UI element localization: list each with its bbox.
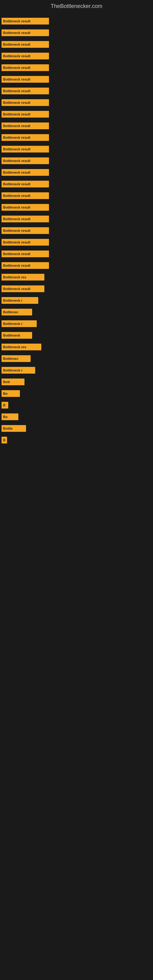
bar-item: Bo xyxy=(2,414,18,420)
bar-item: Bo xyxy=(2,390,20,397)
bottleneck-bar[interactable]: Bottleneck result xyxy=(2,88,49,94)
bottleneck-bar[interactable]: Bottleneck result xyxy=(2,52,49,59)
bar-item: Bott xyxy=(2,379,24,385)
bottleneck-bar[interactable]: Bottleneck result xyxy=(2,285,45,292)
bottleneck-bar[interactable]: Bottleneck result xyxy=(2,204,49,211)
bar-item: Bottleneck result xyxy=(2,134,49,141)
chart-area: Bottleneck resultBottleneck resultBottle… xyxy=(0,11,153,970)
bar-item: Bottleneck result xyxy=(2,158,49,164)
bar-item: Bottleneck res xyxy=(2,344,41,350)
bottleneck-bar[interactable]: Bottleneck result xyxy=(2,250,49,257)
bottleneck-bar[interactable]: Bo xyxy=(2,414,18,420)
bottleneck-bar[interactable]: Bottleneck res xyxy=(2,344,41,350)
bottleneck-bar[interactable]: Bottleneck result xyxy=(2,216,49,222)
bar-item: Bottleneck result xyxy=(2,18,49,24)
bottleneck-bar[interactable]: Bottleneck r xyxy=(2,297,38,304)
bar-item: Bottleneck r xyxy=(2,367,35,374)
bar-item: Bottleneck result xyxy=(2,41,49,48)
bottleneck-bar[interactable]: Bottleneck xyxy=(2,332,32,339)
bottleneck-bar[interactable]: Bottleneck r xyxy=(2,367,35,374)
bottleneck-bar[interactable]: Bottleneck result xyxy=(2,192,49,199)
bottleneck-bar[interactable]: Bo xyxy=(2,390,20,397)
bar-item: Bottlenec xyxy=(2,355,30,362)
bar-item: Bottleneck xyxy=(2,332,32,339)
bottleneck-bar[interactable]: Bottleneck result xyxy=(2,146,49,153)
bar-item: Bottleneck result xyxy=(2,64,49,71)
bar-item: Bottleneck result xyxy=(2,111,49,118)
bottleneck-bar[interactable]: B xyxy=(2,402,8,409)
bottleneck-bar[interactable]: Bottleneck result xyxy=(2,76,49,83)
bottleneck-bar[interactable]: Bottleneck result xyxy=(2,239,49,246)
bottleneck-bar[interactable]: Bottleneck result xyxy=(2,123,49,129)
bar-item: Bottleneck result xyxy=(2,262,49,269)
bottleneck-bar[interactable]: Bottleneck result xyxy=(2,227,49,234)
bottleneck-bar[interactable]: Bottleneck result xyxy=(2,134,49,141)
bar-item: Bottleneck result xyxy=(2,169,49,176)
bottleneck-bar[interactable]: Bottleneck r xyxy=(2,320,37,327)
bottleneck-bar[interactable]: Bottleneck result xyxy=(2,158,49,164)
site-title: TheBottlenecker.com xyxy=(0,0,153,11)
bottleneck-bar[interactable]: Bottleneck result xyxy=(2,64,49,71)
bottleneck-bar[interactable]: Bottlenec xyxy=(2,309,32,315)
bar-item: Bottle xyxy=(2,425,26,432)
bar-item: Bottleneck res xyxy=(2,274,45,280)
bar-item: Bottleneck result xyxy=(2,52,49,59)
bar-item: Bottleneck result xyxy=(2,192,49,199)
bar-item: Bottleneck result xyxy=(2,146,49,153)
bottleneck-bar[interactable]: B xyxy=(2,437,7,444)
bar-item: B xyxy=(2,437,7,444)
bar-item: Bottleneck result xyxy=(2,123,49,129)
bottleneck-bar[interactable]: Bottlenec xyxy=(2,355,30,362)
bottleneck-bar[interactable]: Bottleneck result xyxy=(2,29,49,36)
bottleneck-bar[interactable]: Bott xyxy=(2,379,24,385)
bottleneck-bar[interactable]: Bottleneck res xyxy=(2,274,45,280)
bar-item: B xyxy=(2,402,8,409)
bar-item: Bottleneck r xyxy=(2,297,38,304)
bar-item: Bottleneck result xyxy=(2,204,49,211)
bottleneck-bar[interactable]: Bottleneck result xyxy=(2,41,49,48)
bar-item: Bottleneck result xyxy=(2,227,49,234)
bottleneck-bar[interactable]: Bottleneck result xyxy=(2,169,49,176)
bottleneck-bar[interactable]: Bottleneck result xyxy=(2,99,49,106)
bar-item: Bottleneck result xyxy=(2,250,49,257)
bar-item: Bottleneck r xyxy=(2,320,37,327)
bar-item: Bottleneck result xyxy=(2,181,49,188)
bar-item: Bottleneck result xyxy=(2,88,49,94)
bottleneck-bar[interactable]: Bottle xyxy=(2,425,26,432)
bar-item: Bottleneck result xyxy=(2,99,49,106)
bar-item: Bottleneck result xyxy=(2,285,45,292)
bar-item: Bottleneck result xyxy=(2,76,49,83)
bottleneck-bar[interactable]: Bottleneck result xyxy=(2,262,49,269)
bar-item: Bottleneck result xyxy=(2,29,49,36)
bar-item: Bottlenec xyxy=(2,309,32,315)
bottleneck-bar[interactable]: Bottleneck result xyxy=(2,18,49,24)
bar-item: Bottleneck result xyxy=(2,239,49,246)
bar-item: Bottleneck result xyxy=(2,216,49,222)
bottleneck-bar[interactable]: Bottleneck result xyxy=(2,111,49,118)
bottleneck-bar[interactable]: Bottleneck result xyxy=(2,181,49,188)
